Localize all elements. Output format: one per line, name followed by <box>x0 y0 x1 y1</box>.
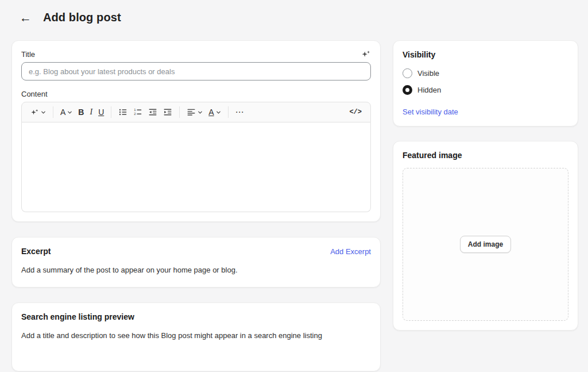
content-label: Content <box>21 90 371 98</box>
toolbar-divider <box>111 106 111 118</box>
chevron-down-icon <box>216 110 221 115</box>
excerpt-card: Excerpt Add Excerpt Add a summary of the… <box>11 237 381 287</box>
seo-preview-card: Search engine listing preview Add a titl… <box>11 302 381 371</box>
radio-button[interactable] <box>403 85 412 95</box>
text-color-button[interactable]: A <box>206 106 223 118</box>
main-column: Title Content <box>11 40 381 371</box>
svg-text:2: 2 <box>134 112 137 116</box>
title-content-card: Title Content <box>11 40 381 222</box>
featured-image-heading: Featured image <box>403 151 568 160</box>
bullet-list-icon <box>118 108 127 117</box>
numbered-list-button[interactable]: 1 2 <box>130 105 145 119</box>
page-header: ← Add blog post <box>0 0 588 25</box>
code-icon: </> <box>349 108 362 116</box>
rich-text-toolbar: A B I U <box>21 102 371 122</box>
sparkle-icon <box>30 108 39 117</box>
font-style-button[interactable]: A <box>57 106 75 118</box>
code-view-button[interactable]: </> <box>346 106 365 118</box>
ellipsis-icon: ⋯ <box>235 107 245 117</box>
svg-text:1: 1 <box>134 108 137 112</box>
content-editor[interactable] <box>21 122 371 212</box>
indent-button[interactable] <box>160 105 175 119</box>
page-layout: Title Content <box>0 40 588 371</box>
toolbar-divider <box>228 106 229 118</box>
image-dropzone[interactable]: Add image <box>403 168 568 321</box>
radio-option-visible[interactable]: Visible <box>403 68 568 78</box>
outdent-button[interactable] <box>145 105 160 119</box>
add-excerpt-link[interactable]: Add Excerpt <box>330 247 371 256</box>
ai-magic-button[interactable] <box>28 106 49 119</box>
ai-generate-button[interactable] <box>360 48 372 62</box>
more-options-button[interactable]: ⋯ <box>233 105 247 120</box>
title-input[interactable] <box>21 62 371 80</box>
seo-heading: Search engine listing preview <box>21 312 371 321</box>
visibility-heading: Visibility <box>403 50 568 59</box>
featured-image-card: Featured image Add image <box>393 141 578 331</box>
visibility-options: Visible Hidden <box>403 68 568 95</box>
toolbar-divider <box>179 106 180 118</box>
align-left-icon <box>187 108 196 117</box>
bold-button[interactable]: B <box>75 106 87 118</box>
back-button[interactable]: ← <box>17 10 34 25</box>
radio-option-hidden[interactable]: Hidden <box>403 85 568 95</box>
indent-icon <box>163 108 172 117</box>
set-visibility-date-link[interactable]: Set visibility date <box>403 108 458 116</box>
radio-label: Visible <box>417 69 439 78</box>
excerpt-description: Add a summary of the post to appear on y… <box>21 265 371 275</box>
title-label: Title <box>21 50 371 59</box>
add-image-button[interactable]: Add image <box>460 236 511 253</box>
visibility-card: Visibility Visible Hidden Set visibility… <box>393 40 578 126</box>
page-title: Add blog post <box>43 11 121 24</box>
excerpt-heading: Excerpt <box>21 247 51 256</box>
sidebar-column: Visibility Visible Hidden Set visibility… <box>393 40 578 331</box>
text-align-button[interactable] <box>184 105 206 119</box>
radio-label: Hidden <box>417 86 441 94</box>
numbered-list-icon: 1 2 <box>133 108 142 117</box>
sparkle-icon <box>361 52 371 61</box>
bullet-list-button[interactable] <box>115 105 130 119</box>
chevron-down-icon <box>41 110 46 115</box>
chevron-down-icon <box>67 110 72 115</box>
italic-button[interactable]: I <box>87 106 95 118</box>
radio-button[interactable] <box>403 68 412 78</box>
seo-description: Add a title and description to see how t… <box>21 331 371 341</box>
toolbar-divider <box>53 106 53 118</box>
underline-button[interactable]: U <box>95 106 107 118</box>
outdent-icon <box>148 108 157 117</box>
chevron-down-icon <box>198 110 203 115</box>
